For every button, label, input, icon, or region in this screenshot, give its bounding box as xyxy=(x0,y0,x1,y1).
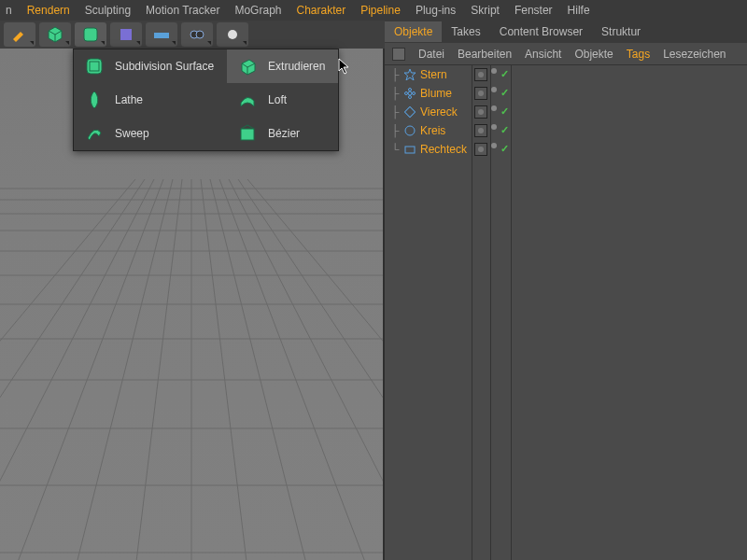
tab-objekte[interactable]: Objekte xyxy=(385,21,442,42)
menu-sculpting[interactable]: Sculpting xyxy=(85,4,131,17)
object-name: Rechteck xyxy=(420,143,467,156)
object-row[interactable]: └Rechteck✓ xyxy=(385,140,747,159)
subbar-objekte[interactable]: Objekte xyxy=(574,48,613,61)
object-row[interactable]: ├Blume✓ xyxy=(385,84,747,103)
svg-point-39 xyxy=(413,92,416,95)
menu-charakter[interactable]: Charakter xyxy=(296,4,345,17)
generator-extrude[interactable]: Extrudieren xyxy=(227,49,338,83)
tab-takes[interactable]: Takes xyxy=(442,21,489,42)
svg-rect-42 xyxy=(405,147,415,153)
svg-point-4 xyxy=(196,31,204,38)
menu-hilfe[interactable]: Hilfe xyxy=(568,4,590,17)
tool-deformer[interactable] xyxy=(110,22,142,47)
tool-brush[interactable] xyxy=(4,22,35,47)
menu-rendern[interactable]: Rendern xyxy=(27,4,70,17)
tool-cube[interactable] xyxy=(39,22,71,47)
object-name: Stern xyxy=(420,68,447,81)
menu-mograph[interactable]: MoGraph xyxy=(234,4,281,17)
star-icon xyxy=(403,68,416,81)
panel-tabs: ObjekteTakesContent BrowserStruktur xyxy=(385,21,747,43)
tab-content-browser[interactable]: Content Browser xyxy=(490,21,592,42)
enabled-check-icon[interactable]: ✓ xyxy=(500,105,509,119)
object-manager-panel: ObjekteTakesContent BrowserStruktur Date… xyxy=(385,21,747,560)
tool-environment[interactable] xyxy=(146,22,177,47)
object-tags: ✓ xyxy=(474,143,509,156)
dropdown-label: Subdivision Surface xyxy=(115,60,214,73)
visibility-dot[interactable] xyxy=(491,68,497,74)
circle-icon xyxy=(403,124,416,137)
svg-rect-1 xyxy=(120,29,132,40)
layer-tag-icon[interactable] xyxy=(474,87,487,100)
dropdown-label: Bézier xyxy=(268,127,300,140)
layer-tag-icon[interactable] xyxy=(474,68,487,81)
visibility-dot[interactable] xyxy=(491,87,497,92)
tool-camera[interactable] xyxy=(181,22,213,47)
object-tags: ✓ xyxy=(474,124,509,137)
generator-bezier[interactable]: Bézier xyxy=(227,117,338,150)
svg-point-41 xyxy=(405,126,415,135)
object-name: Viereck xyxy=(420,105,458,119)
object-list[interactable]: ├Stern✓├Blume✓├Viereck✓├Kreis✓└Rechteck✓ xyxy=(385,65,747,560)
visibility-dot[interactable] xyxy=(491,143,497,148)
visibility-dot[interactable] xyxy=(491,124,497,130)
panel-subbar: DateiBearbeitenAnsichtObjekteTagsLesezei… xyxy=(385,43,747,65)
menu-fenster[interactable]: Fenster xyxy=(514,4,553,17)
object-tags: ✓ xyxy=(474,68,509,81)
menu-plug-ins[interactable]: Plug-ins xyxy=(416,4,456,17)
subbar-datei[interactable]: Datei xyxy=(418,48,444,61)
menu-pipeline[interactable]: Pipeline xyxy=(360,4,401,17)
object-tags: ✓ xyxy=(474,105,509,119)
view-grid-icon[interactable] xyxy=(392,48,405,61)
layer-tag-icon[interactable] xyxy=(474,124,487,137)
generator-subdiv[interactable]: Subdivision Surface xyxy=(74,49,227,83)
sweep-icon xyxy=(83,122,106,145)
tool-light[interactable] xyxy=(217,22,248,47)
enabled-check-icon[interactable]: ✓ xyxy=(500,87,509,100)
enabled-check-icon[interactable]: ✓ xyxy=(500,143,509,156)
svg-point-38 xyxy=(405,92,408,95)
object-row[interactable]: ├Stern✓ xyxy=(385,65,747,84)
subbar-bearbeiten[interactable]: Bearbeiten xyxy=(458,48,512,61)
object-name: Blume xyxy=(420,87,452,100)
subbar-tags[interactable]: Tags xyxy=(627,48,650,61)
object-row[interactable]: ├Viereck✓ xyxy=(385,103,747,121)
bezier-icon xyxy=(236,122,259,145)
svg-rect-2 xyxy=(154,33,169,38)
subbar-ansicht[interactable]: Ansicht xyxy=(525,48,561,61)
extrude-icon xyxy=(236,55,259,77)
menu-skript[interactable]: Skript xyxy=(471,4,500,17)
tree-line: ├ xyxy=(390,87,400,100)
svg-point-36 xyxy=(409,89,412,91)
object-name: Kreis xyxy=(420,124,445,137)
svg-point-37 xyxy=(409,96,412,99)
dropdown-label: Extrudieren xyxy=(268,60,325,73)
layer-tag-icon[interactable] xyxy=(474,143,487,156)
rect-icon xyxy=(403,143,416,156)
menubar: nRendernSculptingMotion TrackerMoGraphCh… xyxy=(0,0,747,21)
layer-tag-icon[interactable] xyxy=(474,105,487,119)
generator-loft[interactable]: Loft xyxy=(227,83,338,117)
tree-line: └ xyxy=(390,143,400,156)
generator-lathe[interactable]: Lathe xyxy=(74,83,227,117)
subbar-lesezeichen[interactable]: Lesezeichen xyxy=(663,48,726,61)
tree-line: ├ xyxy=(390,105,400,119)
tree-line: ├ xyxy=(390,124,400,137)
svg-rect-0 xyxy=(84,28,97,41)
menu-motion tracker[interactable]: Motion Tracker xyxy=(146,4,219,17)
object-tags: ✓ xyxy=(474,87,509,100)
object-row[interactable]: ├Kreis✓ xyxy=(385,121,747,140)
menu-n[interactable]: n xyxy=(6,4,12,17)
tree-line: ├ xyxy=(390,68,400,81)
svg-point-35 xyxy=(408,91,412,95)
enabled-check-icon[interactable]: ✓ xyxy=(500,124,509,137)
subdiv-icon xyxy=(83,55,106,77)
tab-struktur[interactable]: Struktur xyxy=(592,21,650,42)
tool-generator[interactable] xyxy=(75,22,106,47)
enabled-check-icon[interactable]: ✓ xyxy=(500,68,509,81)
svg-point-5 xyxy=(228,30,237,39)
generator-sweep[interactable]: Sweep xyxy=(74,117,227,150)
lathe-icon xyxy=(83,89,106,111)
dropdown-label: Lathe xyxy=(115,93,143,106)
visibility-dot[interactable] xyxy=(491,105,497,111)
flower-icon xyxy=(403,87,416,100)
